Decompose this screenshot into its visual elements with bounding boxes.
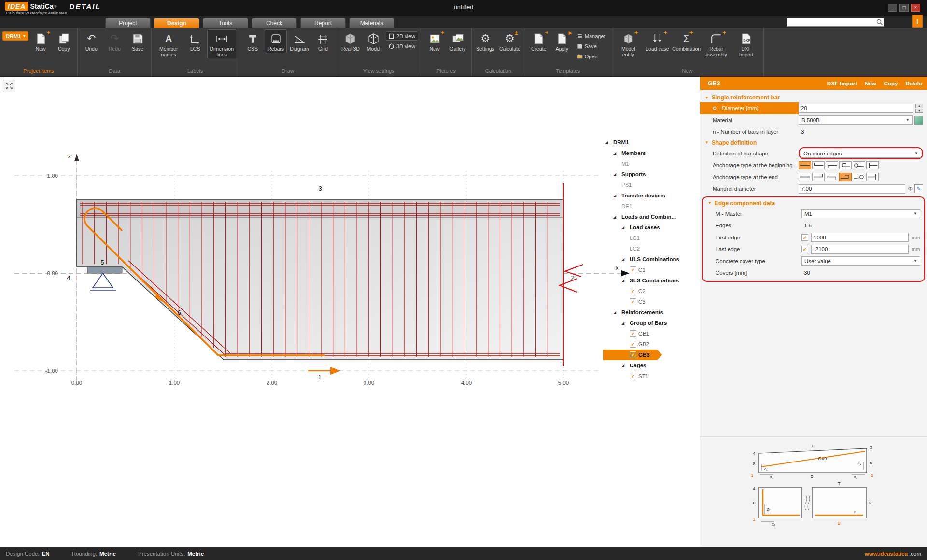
header-action-button[interactable]: Copy <box>884 81 898 86</box>
spin-down-icon[interactable]: ▼ <box>915 109 923 113</box>
diameter-input[interactable] <box>799 104 913 113</box>
model-button[interactable]: Model <box>363 29 385 53</box>
3d-view-button[interactable]: 3D view <box>386 42 418 51</box>
grid-button[interactable]: Grid <box>312 29 334 53</box>
tree-item[interactable]: ◢ ULS Combinations <box>603 254 685 265</box>
tree-item[interactable]: ✔ GB3 <box>603 350 662 360</box>
info-button[interactable]: i <box>912 15 923 28</box>
tree-item[interactable]: ◢ Reinforcements <box>603 307 669 318</box>
material-detail-button[interactable] <box>914 116 923 125</box>
tree-item[interactable]: ◢ Members <box>603 148 652 158</box>
tree-item[interactable]: ◢ Loads and Combin... <box>603 211 682 222</box>
combination-button[interactable]: Σ+ Combination <box>672 29 701 53</box>
master-select[interactable]: M1 ▼ <box>801 209 920 218</box>
checkbox-icon[interactable]: ✔ <box>630 373 636 379</box>
anchorage-headed-button[interactable] <box>866 173 879 181</box>
anchorage-headed-button[interactable] <box>866 161 879 169</box>
settings-button[interactable]: ⚙ Settings <box>474 29 496 53</box>
template-open-button[interactable]: Open <box>574 52 608 61</box>
first-edge-checkbox[interactable]: ✔ <box>801 234 808 241</box>
minimize-button[interactable]: – <box>888 4 897 12</box>
tab[interactable]: Materials <box>349 18 394 28</box>
calculate-button[interactable]: ⚙± Calculate <box>497 29 522 53</box>
tree-item[interactable]: ◢ Transfer devices <box>603 190 671 201</box>
anchorage-hook-down-button[interactable] <box>826 173 838 181</box>
tree-item[interactable]: ◢ Group of Bars <box>603 318 673 328</box>
anchorage-straight-button[interactable] <box>799 161 811 169</box>
tree-item[interactable]: LC2 <box>603 243 646 254</box>
search-box[interactable] <box>787 18 884 27</box>
tree-item[interactable]: ◢ DRM1 <box>603 137 635 148</box>
tree-item[interactable]: M1 <box>603 158 635 169</box>
apply-template-button[interactable]: ▸ Apply <box>551 29 573 53</box>
tree-item[interactable]: ◢ Load cases <box>603 222 666 233</box>
load-case-button[interactable]: + Load case <box>644 29 671 53</box>
tree-item[interactable]: ✔ GB1 <box>603 328 655 339</box>
maximize-button[interactable]: □ <box>899 4 909 12</box>
tree-item[interactable]: ✔ C1 <box>603 265 651 275</box>
template-save-button[interactable]: Save <box>574 42 608 51</box>
close-button[interactable]: × <box>911 4 920 12</box>
checkbox-icon[interactable]: ✔ <box>630 351 636 358</box>
create-template-button[interactable]: + Create <box>528 29 550 53</box>
website-link[interactable]: www.ideastatica .com <box>865 551 921 557</box>
checkbox-icon[interactable]: ✔ <box>630 298 636 305</box>
model-entity-button[interactable]: + Model entity <box>614 29 643 58</box>
first-edge-input[interactable] <box>811 233 909 242</box>
tree-item[interactable]: ✔ GB2 <box>603 339 655 350</box>
anchorage-hook-180-button[interactable] <box>839 161 852 169</box>
tree-item[interactable]: DE1 <box>603 201 638 211</box>
project-item-selector[interactable]: DRM1 ▾ <box>2 31 28 41</box>
anchorage-straight-button[interactable] <box>799 173 811 181</box>
tab[interactable]: Design <box>154 18 199 28</box>
tree-item[interactable]: LC1 <box>603 233 646 243</box>
checkbox-icon[interactable]: ✔ <box>630 288 636 294</box>
support-symbol[interactable] <box>87 267 122 290</box>
rebar-assembly-button[interactable]: + Rebar assembly <box>702 29 731 58</box>
material-select[interactable]: B 500B ▼ <box>799 115 913 125</box>
covers-value[interactable]: 30 <box>801 270 810 276</box>
checkbox-icon[interactable]: ✔ <box>630 341 636 348</box>
anchorage-loop-button[interactable] <box>853 173 865 181</box>
cover-type-select[interactable]: User value ▼ <box>801 256 920 266</box>
anchorage-hook-down-button[interactable] <box>826 161 838 169</box>
undo-button[interactable]: ↶ Undo <box>80 29 102 53</box>
bars-in-layer-value[interactable]: 3 <box>799 129 804 135</box>
member-names-button[interactable]: A Member names <box>154 29 183 58</box>
edges-value[interactable]: 1 6 <box>801 223 812 228</box>
diagram-button[interactable]: Diagram <box>288 29 311 53</box>
template-manager-button[interactable]: Manager <box>574 31 608 41</box>
dxf-import-button[interactable]: DXF DXF Import <box>732 29 761 58</box>
tab[interactable]: Check <box>252 18 297 28</box>
copy-project-item-button[interactable]: Copy <box>53 29 75 53</box>
section-single-reinforcement-bar[interactable]: ▼ Single reinforcement bar <box>700 93 927 102</box>
mandrel-input[interactable] <box>799 184 905 194</box>
fit-view-button[interactable] <box>3 80 15 92</box>
section-shape-definition[interactable]: ▼ Shape definition <box>700 138 927 148</box>
tab[interactable]: Report <box>300 18 346 28</box>
checkbox-icon[interactable]: ✔ <box>630 266 636 273</box>
tree-item[interactable]: ✔ ST1 <box>603 371 654 381</box>
css-button[interactable]: CSS <box>241 29 264 53</box>
header-action-button[interactable]: DXF Import <box>827 81 857 86</box>
anchorage-loop-button[interactable] <box>853 161 865 169</box>
beam-outline[interactable] <box>77 199 563 360</box>
new-project-item-button[interactable]: + New <box>29 29 52 53</box>
anchorage-hook-180-button[interactable] <box>839 173 852 181</box>
save-button[interactable]: Save <box>126 29 149 53</box>
design-canvas[interactable]: z x <box>0 77 700 547</box>
anchorage-hook-up-button[interactable] <box>812 173 825 181</box>
header-action-button[interactable]: New <box>865 81 876 86</box>
tree-item[interactable]: PS1 <box>603 180 638 190</box>
section-edge-component-data[interactable]: ▼ Edge component data <box>703 198 924 208</box>
last-edge-input[interactable] <box>811 245 909 254</box>
tree-item[interactable]: ◢ Supports <box>603 169 651 180</box>
new-picture-button[interactable]: + New <box>423 29 446 53</box>
tree-item[interactable]: ✔ C2 <box>603 286 651 296</box>
edit-pencil-button[interactable]: ✎ <box>914 184 923 193</box>
tree-item[interactable]: ◢ SLS Combinations <box>603 275 685 286</box>
anchorage-hook-up-button[interactable] <box>812 161 825 169</box>
diameter-spinner[interactable]: ▲ ▼ <box>915 104 923 113</box>
rebars-button[interactable]: Rebars <box>265 29 287 53</box>
checkbox-icon[interactable]: ✔ <box>630 330 636 337</box>
